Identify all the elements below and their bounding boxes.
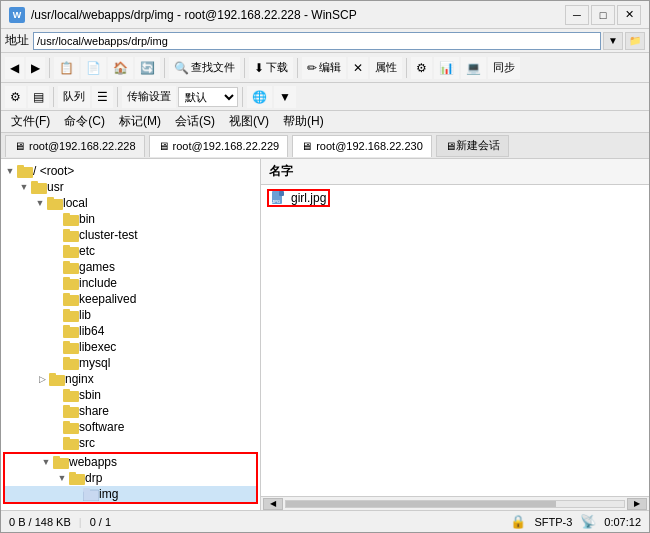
refresh-button[interactable]: 🔄 bbox=[135, 57, 160, 79]
tree-item-sbin[interactable]: ▷ sbin bbox=[1, 387, 260, 403]
tree-item-root[interactable]: ▼ / <root> bbox=[1, 163, 260, 179]
toggle-usr[interactable]: ▼ bbox=[17, 180, 31, 194]
toggle-drp[interactable]: ▼ bbox=[55, 471, 69, 485]
folder-nginx-icon bbox=[49, 372, 65, 386]
back-button[interactable]: ◀ bbox=[5, 57, 24, 79]
horizontal-scrollbar[interactable]: ◀ ▶ bbox=[261, 496, 649, 510]
tree-item-include[interactable]: ▷ include bbox=[1, 275, 260, 291]
tree-item-mysql[interactable]: ▷ mysql bbox=[1, 355, 260, 371]
tree-item-software[interactable]: ▷ software bbox=[1, 419, 260, 435]
list-button[interactable]: ☰ bbox=[92, 86, 113, 108]
globe-button[interactable]: 🌐 bbox=[247, 86, 272, 108]
svg-rect-23 bbox=[63, 341, 70, 345]
menu-command[interactable]: 命令(C) bbox=[58, 112, 111, 131]
tree-label-bin: bin bbox=[79, 212, 95, 226]
folder-share-icon bbox=[63, 404, 79, 418]
menu-mark[interactable]: 标记(M) bbox=[113, 112, 167, 131]
maximize-button[interactable]: □ bbox=[591, 5, 615, 25]
folder-libexec-icon bbox=[63, 340, 79, 354]
folder-mysql-icon bbox=[63, 356, 79, 370]
view-toggle-button[interactable]: ▤ bbox=[28, 86, 49, 108]
address-input[interactable] bbox=[33, 32, 601, 50]
tree-item-drp[interactable]: ▼ drp bbox=[5, 470, 256, 486]
transfer-mode-select[interactable]: 默认 bbox=[178, 87, 238, 107]
toggle-root[interactable]: ▼ bbox=[3, 164, 17, 178]
tree-item-keepalived[interactable]: ▷ keepalived bbox=[1, 291, 260, 307]
copy-button[interactable]: 📋 bbox=[54, 57, 79, 79]
tree-item-local[interactable]: ▼ local bbox=[1, 195, 260, 211]
home-button[interactable]: 🏠 bbox=[108, 57, 133, 79]
tree-item-etc[interactable]: ▷ etc bbox=[1, 243, 260, 259]
delete-button[interactable]: ✕ bbox=[348, 57, 368, 79]
scroll-thumb[interactable] bbox=[286, 501, 556, 507]
tree-item-cluster-test[interactable]: ▷ cluster-test bbox=[1, 227, 260, 243]
props-button[interactable]: 属性 bbox=[370, 57, 402, 79]
minimize-button[interactable]: ─ bbox=[565, 5, 589, 25]
tree-label-include: include bbox=[79, 276, 117, 290]
more2-button[interactable]: 📊 bbox=[434, 57, 459, 79]
toggle-nginx[interactable]: ▷ bbox=[35, 372, 49, 386]
menu-file[interactable]: 文件(F) bbox=[5, 112, 56, 131]
edit-button[interactable]: ✏ 编辑 bbox=[302, 57, 346, 79]
gear-button[interactable]: ⚙ bbox=[5, 86, 26, 108]
tree-item-games[interactable]: ▷ games bbox=[1, 259, 260, 275]
toolbar-secondary: ⚙ ▤ 队列 ☰ 传输设置 默认 🌐 ▼ bbox=[1, 83, 649, 111]
tree-label-usr: usr bbox=[47, 180, 64, 194]
sync-label: 同步 bbox=[493, 60, 515, 75]
tree-item-webapps[interactable]: ▼ webapps bbox=[5, 454, 256, 470]
separator-5 bbox=[406, 58, 407, 78]
session-tab-1[interactable]: 🖥 root@192.168.22.228 bbox=[5, 135, 145, 157]
toolbar-main: ◀ ▶ 📋 📄 🏠 🔄 🔍 查找文件 ⬇ 下载 ✏ 编辑 ✕ 属性 ⚙ 📊 💻 bbox=[1, 53, 649, 83]
sync-button[interactable]: 同步 bbox=[488, 57, 520, 79]
edit-label: 编辑 bbox=[319, 60, 341, 75]
toggle-webapps[interactable]: ▼ bbox=[39, 455, 53, 469]
session-tab-2[interactable]: 🖥 root@192.168.22.229 bbox=[149, 135, 289, 157]
svg-rect-5 bbox=[47, 197, 54, 201]
file-item-girl-jpg[interactable]: JPG girl.jpg bbox=[263, 187, 647, 209]
menu-session[interactable]: 会话(S) bbox=[169, 112, 221, 131]
session-tab-3[interactable]: 🖥 root@192.168.22.230 bbox=[292, 135, 432, 157]
session-icon-3: 🖥 bbox=[301, 140, 312, 152]
tree-item-share[interactable]: ▷ share bbox=[1, 403, 260, 419]
search-button[interactable]: 🔍 查找文件 bbox=[169, 57, 240, 79]
session-tab-3-label: root@192.168.22.230 bbox=[316, 140, 423, 152]
tree-item-img[interactable]: ▷ img bbox=[5, 486, 256, 502]
tree-item-src[interactable]: ▷ src bbox=[1, 435, 260, 451]
tree-label-games: games bbox=[79, 260, 115, 274]
more3-button[interactable]: 💻 bbox=[461, 57, 486, 79]
menu-view[interactable]: 视图(V) bbox=[223, 112, 275, 131]
folder-src-icon bbox=[63, 436, 79, 450]
toggle-local[interactable]: ▼ bbox=[33, 196, 47, 210]
address-open-button[interactable]: 📁 bbox=[625, 32, 645, 50]
close-button[interactable]: ✕ bbox=[617, 5, 641, 25]
tree-label-libexec: libexec bbox=[79, 340, 116, 354]
scroll-right-btn[interactable]: ▶ bbox=[627, 498, 647, 510]
queue-button[interactable]: 队列 bbox=[58, 86, 90, 108]
file-list-body[interactable]: JPG girl.jpg bbox=[261, 185, 649, 496]
window-controls: ─ □ ✕ bbox=[565, 5, 641, 25]
tree-item-bin[interactable]: ▷ bin bbox=[1, 211, 260, 227]
tree-label-local: local bbox=[63, 196, 88, 210]
tree-item-usr[interactable]: ▼ usr bbox=[1, 179, 260, 195]
forward-button[interactable]: ▶ bbox=[26, 57, 45, 79]
menu-help[interactable]: 帮助(H) bbox=[277, 112, 330, 131]
tree-item-nginx[interactable]: ▷ nginx bbox=[1, 371, 260, 387]
more1-button[interactable]: ⚙ bbox=[411, 57, 432, 79]
tree-item-libexec[interactable]: ▷ libexec bbox=[1, 339, 260, 355]
address-go-button[interactable]: ▼ bbox=[603, 32, 623, 50]
tree-item-lib[interactable]: ▷ lib bbox=[1, 307, 260, 323]
directory-tree[interactable]: ▼ / <root> ▼ usr ▼ local ▷ bbox=[1, 159, 261, 510]
svg-rect-27 bbox=[49, 373, 56, 377]
paste-button[interactable]: 📄 bbox=[81, 57, 106, 79]
download-button[interactable]: ⬇ 下载 bbox=[249, 57, 293, 79]
file-list-panel: 名字 JPG girl.jpg ◀ bbox=[261, 159, 649, 510]
transfer-settings-button[interactable]: 传输设置 bbox=[122, 86, 176, 108]
scroll-left-btn[interactable]: ◀ bbox=[263, 498, 283, 510]
tree-item-lib64[interactable]: ▷ lib64 bbox=[1, 323, 260, 339]
svg-rect-43 bbox=[279, 191, 284, 196]
svg-rect-31 bbox=[63, 405, 70, 409]
new-session-button[interactable]: 🖥 新建会话 bbox=[436, 135, 509, 157]
extra-button[interactable]: ▼ bbox=[274, 86, 296, 108]
svg-rect-15 bbox=[63, 277, 70, 281]
separator-t2-3 bbox=[242, 87, 243, 107]
